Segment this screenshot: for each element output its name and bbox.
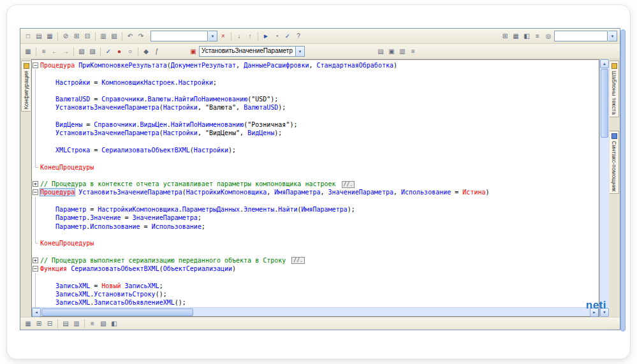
- code-area[interactable]: −Процедура ПриКомпоновкеРезультата(Докум…: [32, 60, 599, 307]
- split-cells-icon[interactable]: ▥: [71, 319, 82, 329]
- code-line[interactable]: [32, 154, 599, 163]
- code-line[interactable]: [32, 273, 599, 281]
- undo-icon[interactable]: ↶: [125, 31, 135, 41]
- service-options-icon[interactable]: ≡: [532, 31, 543, 41]
- code-line[interactable]: ЗаписьXML.УстановитьСтроку();: [32, 290, 599, 298]
- scroll-left-icon[interactable]: ◄: [32, 308, 41, 317]
- toolbar-right-input[interactable]: [554, 31, 608, 41]
- code-line[interactable]: [32, 171, 599, 180]
- format-block-icon[interactable]: ≡: [39, 47, 49, 57]
- code-line[interactable]: [32, 248, 599, 256]
- toggle-breakpoint-icon[interactable]: ●: [114, 47, 124, 57]
- tab-text-templates[interactable]: Шаблоны текста: [610, 61, 619, 117]
- preview-layout-icon[interactable]: ▧: [98, 319, 108, 329]
- help-icon[interactable]: ?: [293, 31, 304, 41]
- code-line[interactable]: КонецПроцедуры: [32, 239, 599, 247]
- layout-settings-icon[interactable]: ◧: [109, 319, 119, 329]
- clear-search-icon[interactable]: ×: [218, 31, 228, 41]
- horizontal-scroll-track[interactable]: [41, 308, 590, 317]
- about-icon[interactable]: ◎: [543, 31, 553, 41]
- code-line[interactable]: [32, 138, 599, 146]
- breakpoints-list-icon[interactable]: ○: [125, 47, 135, 57]
- code-line[interactable]: ЗаписьXML = Новый ЗаписьXML;: [32, 282, 599, 290]
- code-line[interactable]: УстановитьЗначениеПараметра(Настройки, "…: [32, 129, 599, 137]
- code-line[interactable]: ВалютаUSD = Справочники.Валюты.НайтиПоНа…: [32, 95, 599, 103]
- add-row-icon[interactable]: ⊞: [34, 319, 44, 329]
- code-formatting-icon[interactable]: ▥: [397, 47, 407, 57]
- code-line[interactable]: Настройки = КомпоновщикНастроек.Настройк…: [32, 78, 599, 87]
- cut-icon[interactable]: ⊘: [61, 31, 71, 41]
- code-line[interactable]: XMLСтрока = СериализоватьОбъектВXML(Наст…: [32, 146, 599, 154]
- redo-icon[interactable]: ↷: [136, 31, 146, 41]
- syntax-check-icon[interactable]: ✓: [282, 31, 293, 41]
- code-line[interactable]: [32, 197, 599, 205]
- vertical-scroll-track[interactable]: [600, 68, 610, 308]
- toolbar-right-dropdown-icon[interactable]: ▼: [608, 31, 617, 41]
- vertical-scrollbar[interactable]: ▲ ▼: [599, 59, 609, 317]
- save-module-icon[interactable]: ▦: [23, 47, 33, 57]
- measure-performance-icon[interactable]: ◔: [272, 31, 282, 41]
- paste-icon[interactable]: ⊟: [82, 31, 92, 41]
- collapse-icon[interactable]: −: [32, 265, 40, 273]
- expand-icon[interactable]: +: [32, 256, 40, 265]
- copy-icon[interactable]: ⊞: [71, 31, 82, 41]
- code-line[interactable]: [32, 112, 599, 120]
- tab-configuration[interactable]: Конфигурация: [21, 61, 31, 112]
- code-line[interactable]: Параметр = НастройкиКомпоновщика.Парамет…: [32, 205, 599, 214]
- module-settings-icon[interactable]: ≡: [408, 47, 418, 57]
- search-input[interactable]: [150, 31, 208, 41]
- horizontal-scroll-thumb[interactable]: [41, 309, 193, 316]
- horizontal-scrollbar[interactable]: ◄ ►: [32, 307, 599, 316]
- vertical-scroll-thumb[interactable]: [601, 69, 608, 138]
- compare-files-icon[interactable]: ◧: [522, 31, 532, 41]
- expand-icon[interactable]: +: [32, 180, 40, 188]
- go-to-definition-icon[interactable]: ◆: [141, 47, 151, 57]
- code-line[interactable]: КонецПроцедуры: [32, 163, 599, 171]
- procedure-combobox-arrow-icon[interactable]: ▼: [296, 46, 305, 57]
- syntax-assistant-icon[interactable]: ▣: [386, 47, 397, 57]
- procedure-combobox[interactable]: УстановитьЗначениеПараметр ▼: [199, 46, 305, 57]
- merge-cells-icon[interactable]: ▤: [61, 319, 71, 329]
- print-icon[interactable]: ▥: [98, 31, 108, 41]
- comment-lines-icon[interactable]: ▧: [77, 47, 87, 57]
- code-line[interactable]: +// Процедура выполняет сериализацию пер…: [32, 256, 599, 265]
- code-line[interactable]: Параметр.Значение = ЗначениеПараметра;: [32, 214, 599, 222]
- shift-right-icon[interactable]: →: [61, 47, 71, 57]
- calculator-icon[interactable]: ⊞: [500, 31, 510, 41]
- search-dropdown-icon[interactable]: ▼: [209, 31, 217, 41]
- collapse-icon[interactable]: −: [32, 61, 40, 69]
- code-line[interactable]: УстановитьЗначениеПараметра(Настройки, "…: [32, 103, 599, 112]
- find-next-icon[interactable]: ↓: [234, 31, 244, 41]
- code-editor[interactable]: −Процедура ПриКомпоновкеРезультата(Докум…: [31, 59, 599, 317]
- collapse-icon[interactable]: −: [32, 188, 40, 196]
- procedures-functions-list-icon[interactable]: ƒ: [152, 47, 162, 57]
- code-line[interactable]: −Процедура ПриКомпоновкеРезультата(Докум…: [32, 61, 599, 69]
- open-file-icon[interactable]: ▤: [34, 31, 44, 41]
- module-syntax-check-icon[interactable]: ✓: [103, 47, 113, 57]
- new-document-icon[interactable]: □: [23, 31, 33, 41]
- text-templates-icon[interactable]: ▤: [376, 47, 386, 57]
- code-line[interactable]: Параметр.Использование = Использование;: [32, 222, 599, 231]
- code-line[interactable]: [32, 69, 599, 78]
- code-line[interactable]: −Функция СериализоватьОбъектВXML(ОбъектС…: [32, 265, 599, 273]
- properties-icon[interactable]: ≡: [87, 319, 98, 329]
- scroll-up-icon[interactable]: ▲: [600, 59, 609, 68]
- code-line[interactable]: [32, 87, 599, 95]
- tab-syntax-helper[interactable]: Синтакс-помощник: [610, 131, 619, 194]
- code-line[interactable]: +// Процедура в контексте отчета устанав…: [32, 180, 599, 188]
- grid-view-icon[interactable]: ▦: [23, 319, 33, 329]
- code-line[interactable]: ЗаписьXML.ЗаписатьОбъявлениеXML();: [32, 298, 599, 307]
- calendar-icon[interactable]: ▦: [511, 31, 521, 41]
- code-line[interactable]: [32, 231, 599, 239]
- find-previous-icon[interactable]: ↑: [245, 31, 255, 41]
- start-debugging-icon[interactable]: ►: [261, 31, 271, 41]
- shift-left-icon[interactable]: ←: [50, 47, 60, 57]
- code-line[interactable]: ВидЦены = Справочники.ВидыЦен.НайтиПоНаи…: [32, 120, 599, 129]
- fold-guide: [32, 273, 40, 281]
- code-line[interactable]: −Процедура УстановитьЗначениеПараметра(Н…: [32, 188, 599, 196]
- outer-scrollbar[interactable]: [620, 29, 626, 331]
- print-preview-icon[interactable]: ▧: [109, 31, 119, 41]
- save-icon[interactable]: ▦: [45, 31, 55, 41]
- uncomment-lines-icon[interactable]: ▨: [87, 47, 98, 57]
- delete-row-icon[interactable]: ⊟: [45, 319, 55, 329]
